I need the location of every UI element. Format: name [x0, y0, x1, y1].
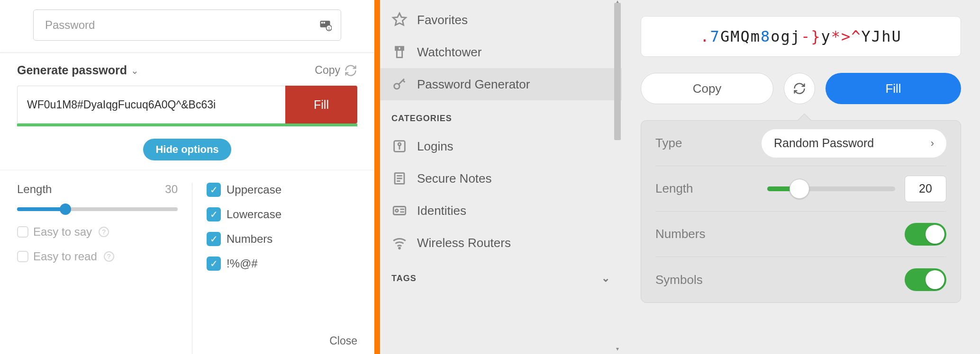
symbols-row[interactable]: ✓ !%@# [207, 257, 357, 271]
length-value: 30 [165, 183, 178, 196]
symbols-label: Symbols [655, 273, 703, 287]
length-slider[interactable] [17, 207, 178, 211]
svg-point-5 [394, 84, 399, 89]
refresh-icon [793, 82, 806, 95]
sidebar-item-wireless-routers[interactable]: Wireless Routers [380, 227, 622, 259]
lowercase-label: Lowercase [227, 208, 281, 221]
symbols-row: Symbols [655, 257, 946, 302]
password-manager-icon[interactable]: 1 [318, 18, 332, 31]
id-card-icon [391, 203, 408, 219]
generated-password-display[interactable]: .7GMQm8ogj-}y*>^YJhU [641, 16, 961, 57]
uppercase-label: Uppercase [227, 183, 281, 196]
lowercase-row[interactable]: ✓ Lowercase [207, 207, 357, 221]
svg-point-7 [398, 143, 401, 146]
checkbox-checked-icon[interactable]: ✓ [207, 257, 221, 271]
easy-to-read-label: Easy to read [33, 250, 97, 263]
chevron-down-icon[interactable]: ⌄ [601, 272, 610, 284]
fill-button[interactable]: Fill [285, 86, 357, 124]
svg-point-11 [399, 248, 400, 249]
chevron-down-icon[interactable]: ⌄ [131, 65, 139, 76]
numbers-row: Numbers [655, 212, 946, 257]
numbers-toggle[interactable] [905, 223, 946, 246]
type-select[interactable]: Random Password › [762, 129, 946, 158]
slider-thumb[interactable] [789, 179, 809, 199]
sidebar-item-label: Favorites [417, 13, 468, 27]
password-generator-pane: .7GMQm8ogj-}y*>^YJhU Copy Fill Type Rand… [622, 0, 980, 354]
note-icon [391, 170, 408, 186]
options-panel: Type Random Password › Length 20 Numbers… [641, 120, 961, 303]
pane-divider [374, 0, 380, 354]
generated-row: WF0u1M8#DyaIqgFucuq6A0Q^&Bc63i Fill [17, 86, 357, 124]
svg-point-10 [396, 209, 399, 212]
sidebar-item-label: Identities [417, 204, 466, 218]
sidebar-item-watchtower[interactable]: Watchtower [380, 36, 622, 68]
length-row: Length 20 [655, 166, 946, 212]
left-pane: 1 Generate password ⌄ Copy WF0u1M8#DyaIq… [0, 0, 374, 354]
action-row: Copy Fill [641, 73, 961, 104]
sidebar-item-identities[interactable]: Identities [380, 195, 622, 227]
fill-button[interactable]: Fill [826, 73, 961, 104]
sidebar-item-favorites[interactable]: Favorites [380, 4, 622, 36]
copy-button[interactable]: Copy [315, 64, 340, 77]
options-left-column: Length 30 Easy to say ? Easy to read ? [17, 183, 192, 354]
checkbox-checked-icon[interactable]: ✓ [207, 232, 221, 246]
easy-to-say-label: Easy to say [33, 225, 92, 239]
sidebar-item-label: Secure Notes [417, 171, 492, 186]
length-label: Length [655, 181, 693, 196]
help-icon[interactable]: ? [104, 251, 114, 262]
easy-to-read-row[interactable]: Easy to read ? [17, 250, 178, 263]
length-label: Length [17, 183, 52, 196]
easy-to-say-row[interactable]: Easy to say ? [17, 225, 178, 239]
chevron-right-icon: › [931, 137, 934, 150]
sidebar-item-logins[interactable]: Logins [380, 130, 622, 162]
popup-header: Generate password ⌄ Copy [0, 53, 374, 86]
sidebar-item-label: Watchtower [417, 45, 481, 60]
close-button[interactable]: Close [329, 335, 357, 347]
options-panel: Length 30 Easy to say ? Easy to read ? [0, 170, 374, 354]
password-input[interactable] [33, 9, 341, 41]
type-value: Random Password [774, 136, 874, 150]
numbers-row[interactable]: ✓ Numbers [207, 232, 357, 246]
svg-rect-1 [321, 22, 323, 24]
numbers-label: Numbers [655, 227, 705, 241]
refresh-icon[interactable] [344, 64, 357, 77]
sidebar-item-label: Password Generator [417, 77, 530, 92]
strength-bar [17, 124, 357, 126]
categories-header: CATEGORIES [380, 100, 622, 130]
sidebar-item-label: Logins [417, 139, 454, 154]
sidebar-item-password-generator[interactable]: Password Generator [380, 68, 622, 100]
symbols-label: !%@# [227, 257, 258, 270]
checkbox-checked-icon[interactable]: ✓ [207, 183, 221, 197]
sidebar-item-label: Wireless Routers [417, 236, 511, 250]
radio-unchecked-icon[interactable] [17, 226, 28, 238]
sidebar-item-secure-notes[interactable]: Secure Notes [380, 162, 622, 195]
scrollbar-down-icon[interactable]: ▾ [614, 345, 621, 353]
length-value-box[interactable]: 20 [905, 176, 946, 202]
regenerate-button[interactable] [784, 73, 815, 104]
popup-title[interactable]: Generate password [17, 63, 127, 77]
sidebar: ▴ Favorites Watchtower Password Generato… [380, 0, 622, 354]
checkbox-checked-icon[interactable]: ✓ [207, 207, 221, 221]
type-label: Type [655, 136, 682, 150]
wifi-icon [391, 235, 408, 251]
generate-password-popup: Generate password ⌄ Copy WF0u1M8#DyaIqgF… [0, 53, 374, 354]
generated-password-text[interactable]: WF0u1M8#DyaIqgFucuq6A0Q^&Bc63i [17, 86, 285, 124]
password-field-wrap: 1 [0, 0, 374, 41]
star-icon [391, 12, 408, 28]
numbers-label: Numbers [227, 232, 272, 246]
help-icon[interactable]: ? [99, 227, 109, 237]
tower-icon [391, 44, 408, 60]
radio-unchecked-icon[interactable] [17, 251, 28, 262]
key-box-icon [391, 138, 408, 154]
options-right-column: ✓ Uppercase ✓ Lowercase ✓ Numbers ✓ !%@# [192, 183, 357, 354]
tags-header[interactable]: TAGS ⌄ [380, 259, 622, 291]
hide-options-button[interactable]: Hide options [143, 139, 231, 160]
length-slider[interactable] [767, 186, 895, 191]
slider-thumb[interactable] [60, 204, 71, 215]
uppercase-row[interactable]: ✓ Uppercase [207, 183, 357, 197]
scrollbar-thumb[interactable] [614, 3, 621, 140]
copy-button[interactable]: Copy [641, 73, 773, 104]
key-icon [391, 76, 408, 92]
symbols-toggle[interactable] [905, 268, 946, 291]
svg-text:1: 1 [328, 27, 330, 31]
